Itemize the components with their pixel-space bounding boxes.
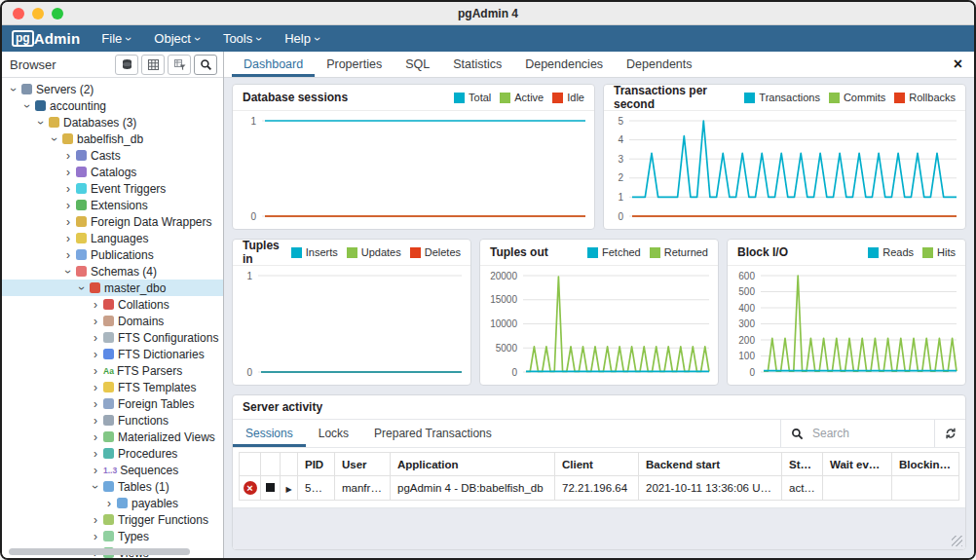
tree-item-fts-dictionaries[interactable]: ›FTS Dictionaries: [2, 346, 223, 362]
column-cancel[interactable]: [261, 453, 281, 476]
expand-arrow-icon[interactable]: ›: [89, 382, 102, 393]
column-terminate[interactable]: [240, 453, 261, 476]
expand-arrow-icon[interactable]: ›: [89, 465, 102, 476]
tree-item-languages[interactable]: ›Languages: [2, 230, 223, 246]
expand-arrow-icon[interactable]: ›: [89, 349, 102, 360]
expand-arrow-icon[interactable]: ›: [61, 183, 75, 195]
expand-arrow-icon[interactable]: ›: [102, 498, 116, 509]
tree-item-schemas-4[interactable]: ›Schemas (4): [2, 263, 223, 280]
expand-arrow-icon[interactable]: ›: [89, 415, 102, 427]
activity-tab-prepared-transactions[interactable]: Prepared Transactions: [361, 420, 505, 447]
tree-item-materialized-views[interactable]: ›Materialized Views: [2, 429, 223, 445]
minimize-window-button[interactable]: [32, 8, 44, 19]
tab-statistics[interactable]: Statistics: [441, 52, 513, 77]
column-client[interactable]: Client: [555, 453, 639, 476]
chart-title: Block I/O: [737, 245, 868, 259]
expand-row-icon[interactable]: ▶: [285, 485, 291, 494]
expand-arrow-icon[interactable]: ›: [89, 431, 102, 443]
expand-arrow-icon[interactable]: ›: [61, 216, 75, 228]
tree-item-domains[interactable]: ›Domains: [2, 313, 223, 329]
resize-grip[interactable]: [952, 536, 962, 546]
legend-swatch-active: [500, 93, 510, 103]
expand-arrow-icon[interactable]: ›: [89, 332, 102, 344]
tree-horizontal-scrollbar[interactable]: [9, 548, 190, 555]
tree-item-functions[interactable]: ›Functions: [2, 412, 223, 429]
collapse-arrow-icon[interactable]: ›: [48, 133, 61, 145]
tab-dashboard[interactable]: Dashboard: [232, 52, 315, 77]
close-tab-icon[interactable]: ×: [942, 56, 974, 72]
menu-tools[interactable]: Tools›: [223, 31, 261, 46]
column-user[interactable]: User: [335, 453, 391, 476]
expand-arrow-icon[interactable]: ›: [89, 514, 102, 526]
menu-file[interactable]: File›: [101, 31, 131, 46]
tree-item-extensions[interactable]: ›Extensions: [2, 197, 223, 213]
tree-item-procedures[interactable]: ›Procedures: [2, 445, 223, 462]
collapse-arrow-icon[interactable]: ›: [7, 84, 20, 95]
column-backend-start[interactable]: Backend start: [639, 453, 782, 476]
menu-help[interactable]: Help›: [284, 31, 319, 46]
expand-arrow-icon[interactable]: ›: [89, 531, 102, 542]
tree-item-foreign-data-wrappers[interactable]: ›Foreign Data Wrappers: [2, 213, 223, 230]
table-row[interactable]: ×▶5649manfredpgAdmin 4 - DB:babelfish_db…: [240, 476, 959, 501]
tree-item-databases-3[interactable]: ›Databases (3): [2, 114, 223, 131]
tree-item-payables[interactable]: ›payables: [2, 495, 223, 511]
tree-item-trigger-functions[interactable]: ›Trigger Functions: [2, 511, 223, 528]
tree-item-babelfish-db[interactable]: ›babelfish_db: [2, 131, 223, 147]
collapse-arrow-icon[interactable]: ›: [61, 266, 75, 278]
activity-search-input[interactable]: [812, 427, 914, 440]
tree-item-sequences[interactable]: ›1..3Sequences: [2, 462, 223, 478]
expand-arrow-icon[interactable]: ›: [89, 398, 102, 410]
tab-properties[interactable]: Properties: [315, 52, 394, 77]
refresh-button[interactable]: [934, 420, 965, 447]
tree-item-catalogs[interactable]: ›Catalogs: [2, 164, 223, 180]
tree-item-types[interactable]: ›Types: [2, 528, 223, 544]
collapse-arrow-icon[interactable]: ›: [20, 100, 34, 112]
tab-sql[interactable]: SQL: [394, 52, 441, 77]
tree-item-collations[interactable]: ›Collations: [2, 296, 223, 313]
search-button[interactable]: [194, 55, 217, 75]
expand-arrow-icon[interactable]: ›: [61, 233, 75, 244]
close-window-button[interactable]: [13, 8, 24, 19]
expand-arrow-icon[interactable]: ›: [89, 365, 102, 377]
tree-item-master-dbo[interactable]: ›master_dbo: [2, 280, 223, 296]
expand-arrow-icon[interactable]: ›: [61, 200, 75, 211]
object-explorer-button[interactable]: [115, 55, 138, 75]
tree-item-fts-parsers[interactable]: ›AaFTS Parsers: [2, 362, 223, 379]
collapse-arrow-icon[interactable]: ›: [34, 117, 48, 129]
expand-arrow-icon[interactable]: ›: [61, 249, 75, 261]
cancel-query-icon[interactable]: [266, 483, 275, 492]
browser-header: Browser: [2, 52, 223, 78]
tree-item-tables-1[interactable]: ›Tables (1): [2, 478, 223, 495]
column-pid[interactable]: PID: [298, 453, 335, 476]
grid-view-button[interactable]: [141, 55, 165, 75]
column-application[interactable]: Application: [391, 453, 555, 476]
tree-item-event-triggers[interactable]: ›Event Triggers: [2, 180, 223, 197]
tree-item-servers-2[interactable]: ›Servers (2): [2, 81, 223, 97]
tree-item-accounting[interactable]: ›accounting: [2, 97, 223, 114]
tree-item-publications[interactable]: ›Publications: [2, 246, 223, 263]
tree-item-casts[interactable]: ›Casts: [2, 147, 223, 164]
tree-item-foreign-tables[interactable]: ›Foreign Tables: [2, 395, 223, 412]
expand-arrow-icon[interactable]: ›: [89, 448, 102, 460]
collapse-arrow-icon[interactable]: ›: [89, 481, 102, 493]
expand-arrow-icon[interactable]: ›: [89, 299, 102, 311]
activity-tab-sessions[interactable]: Sessions: [233, 420, 306, 447]
column-expand[interactable]: [281, 453, 298, 476]
tab-dependents[interactable]: Dependents: [615, 52, 703, 77]
expand-arrow-icon[interactable]: ›: [89, 316, 102, 327]
chart-canvas-tuples-out: 20000150001000050000: [480, 266, 718, 385]
column-wait-event[interactable]: Wait event: [823, 453, 892, 476]
tree-item-fts-templates[interactable]: ›FTS Templates: [2, 379, 223, 395]
tab-dependencies[interactable]: Dependencies: [513, 52, 615, 77]
zoom-window-button[interactable]: [52, 8, 63, 19]
collapse-arrow-icon[interactable]: ›: [75, 282, 89, 294]
terminate-session-icon[interactable]: ×: [244, 481, 257, 495]
menu-object[interactable]: Object›: [154, 31, 200, 46]
column-state[interactable]: State: [782, 453, 823, 476]
filter-button[interactable]: [168, 55, 191, 75]
column-blocking-pids[interactable]: Blocking PIDs: [892, 453, 959, 476]
expand-arrow-icon[interactable]: ›: [61, 167, 75, 178]
activity-tab-locks[interactable]: Locks: [306, 420, 361, 447]
expand-arrow-icon[interactable]: ›: [61, 150, 75, 162]
tree-item-fts-configurations[interactable]: ›FTS Configurations: [2, 329, 223, 346]
